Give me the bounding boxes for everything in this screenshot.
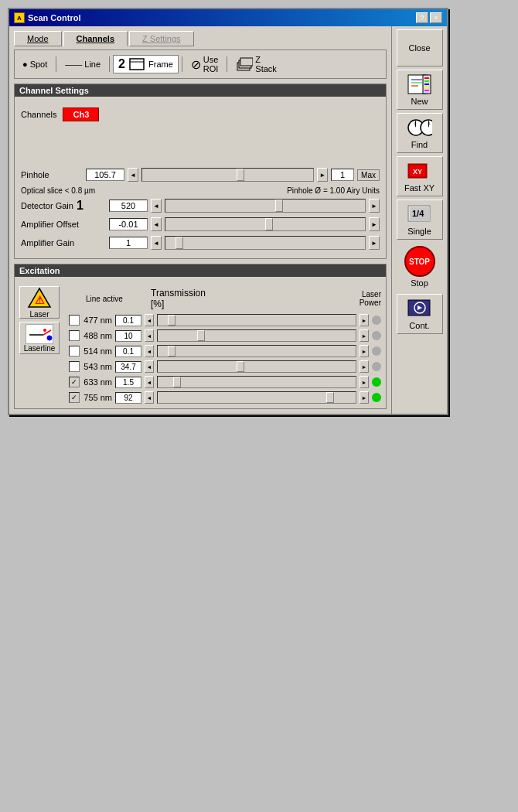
exc-right-514[interactable]: ► <box>360 345 369 357</box>
exc-thumb-488 <box>197 330 205 341</box>
detector-gain-label: Detector Gain 1 <box>21 199 106 213</box>
pinhole-slider[interactable] <box>141 168 314 182</box>
pinhole-step-input[interactable] <box>331 169 354 181</box>
detector-gain-right-arrow[interactable]: ► <box>369 199 380 213</box>
exc-slider-755[interactable] <box>157 391 356 404</box>
exc-check-633[interactable]: ✓ <box>69 377 80 387</box>
exc-left-488[interactable]: ◄ <box>145 329 154 342</box>
excitation-row-0: 477 nm ◄ ► <box>69 312 381 328</box>
tab-mode[interactable]: Mode <box>14 31 62 46</box>
amplifier-gain-left-arrow[interactable]: ◄ <box>151 236 162 250</box>
col-laserpower-label: Laser Power <box>350 290 381 307</box>
fast-xy-button[interactable]: XY Fast XY <box>397 156 443 196</box>
close-button[interactable]: Close <box>397 29 443 67</box>
line-icon: —— <box>65 60 82 69</box>
exc-check-477[interactable] <box>69 315 80 326</box>
exc-right-477[interactable]: ► <box>360 314 369 326</box>
mode-roi-btn[interactable]: ⊘ UseROI <box>186 53 224 76</box>
exc-val-633[interactable] <box>115 377 141 388</box>
col-transmission-label: Transmission [%] <box>151 288 179 309</box>
exc-check-755[interactable]: ✓ <box>69 392 80 403</box>
fast-xy-icon: XY <box>407 160 432 182</box>
app-icon: A <box>14 12 25 23</box>
amplifier-gain-input[interactable] <box>109 237 148 249</box>
pinhole-left-arrow[interactable]: ◄ <box>128 168 138 182</box>
find-button[interactable]: Find <box>397 113 443 153</box>
close-title-btn[interactable]: × <box>430 12 442 23</box>
exc-val-755[interactable] <box>115 392 141 404</box>
exc-right-633[interactable]: ► <box>360 376 369 388</box>
pinhole-info: Optical slice < 0.8 µm Pinhole Ø = 1.00 … <box>15 185 386 196</box>
pinhole-input[interactable] <box>86 169 124 181</box>
amplifier-gain-thumb <box>176 237 183 249</box>
exc-left-543[interactable]: ◄ <box>145 360 154 373</box>
exc-val-514[interactable] <box>115 346 141 357</box>
exc-slider-488[interactable] <box>157 329 356 342</box>
detector-gain-slider[interactable] <box>165 199 366 213</box>
exc-slider-633[interactable] <box>157 376 356 388</box>
exc-check-488[interactable] <box>69 330 80 341</box>
titlebar-left: A Scan Control <box>14 12 80 23</box>
laser-dot-633 <box>372 377 381 387</box>
cont-button[interactable]: Cont. <box>397 294 443 334</box>
amplifier-gain-slider[interactable] <box>165 236 366 250</box>
amplifier-gain-right-arrow[interactable]: ► <box>369 236 380 250</box>
scan-control-window: A Scan Control ? × Mode Channels Z Setti… <box>8 8 448 415</box>
exc-right-755[interactable]: ► <box>360 391 369 404</box>
amplifier-offset-slider[interactable] <box>165 217 366 231</box>
mode-sep-2 <box>109 56 110 72</box>
channel-settings: Channel Settings Channels Ch3 Pinhole ◄ <box>14 84 387 259</box>
stop-button[interactable]: STOP Stop <box>397 243 443 291</box>
exc-slider-514[interactable] <box>157 345 356 357</box>
laserline-btn[interactable]: Laserline <box>19 322 60 354</box>
laser-btn[interactable]: ⚠ Laser <box>19 286 60 319</box>
detector-gain-input[interactable] <box>109 200 148 212</box>
laser-dot-543 <box>372 362 381 371</box>
roi-label: UseROI <box>203 55 219 73</box>
roi-icon: ⊘ <box>191 57 201 72</box>
exc-right-543[interactable]: ► <box>360 360 369 373</box>
laser-dot-477 <box>372 316 381 325</box>
new-button[interactable]: New <box>397 70 443 110</box>
exc-check-543[interactable] <box>69 361 80 372</box>
exc-val-543[interactable] <box>115 361 141 373</box>
help-title-btn[interactable]: ? <box>416 12 428 23</box>
detector-gain-thumb <box>275 200 283 212</box>
mode-line-btn[interactable]: —— Line <box>60 57 106 71</box>
exc-check-514[interactable] <box>69 346 80 357</box>
amplifier-offset-label: Amplifier Offset <box>21 220 106 229</box>
exc-slider-477[interactable] <box>157 314 356 326</box>
laser-label: Laser <box>29 310 49 319</box>
exc-left-514[interactable]: ◄ <box>145 345 154 357</box>
svg-text:XY: XY <box>413 168 422 176</box>
exc-nm-633: 633 nm <box>83 377 112 387</box>
excitation-row-1: 488 nm ◄ ► <box>69 328 381 343</box>
exc-val-477[interactable] <box>115 315 141 326</box>
amplifier-offset-input[interactable] <box>109 218 148 230</box>
tab-zsettings: Z Settings <box>129 31 194 46</box>
mode-zstack-btn[interactable]: ZStack <box>230 53 282 76</box>
exc-left-477[interactable]: ◄ <box>145 314 154 326</box>
exc-thumb-755 <box>326 392 334 403</box>
exc-val-488[interactable] <box>115 330 141 342</box>
zstack-icon <box>236 56 253 72</box>
ch3-button[interactable]: Ch3 <box>63 107 99 121</box>
amplifier-offset-left-arrow[interactable]: ◄ <box>151 217 162 231</box>
exc-left-633[interactable]: ◄ <box>145 376 154 388</box>
detector-gain-left-arrow[interactable]: ◄ <box>151 199 162 213</box>
exc-slider-543[interactable] <box>157 360 356 373</box>
channels-label: Channels <box>21 110 56 119</box>
mode-frame-btn[interactable]: 2 Frame <box>113 55 179 73</box>
right-panel: Close <box>391 26 447 414</box>
exc-right-488[interactable]: ► <box>360 329 369 342</box>
single-label: Single <box>407 227 431 236</box>
laser-dot-755 <box>372 393 381 402</box>
pinhole-right-arrow[interactable]: ► <box>317 168 328 182</box>
mode-spot-btn[interactable]: ● Spot <box>17 57 53 71</box>
tab-channels[interactable]: Channels <box>63 31 128 46</box>
close-label: Close <box>408 43 430 53</box>
single-button[interactable]: 1/4 Single <box>397 200 443 240</box>
amplifier-offset-right-arrow[interactable]: ► <box>369 217 380 231</box>
pinhole-max-btn[interactable]: Max <box>357 169 380 181</box>
exc-left-755[interactable]: ◄ <box>145 391 154 404</box>
